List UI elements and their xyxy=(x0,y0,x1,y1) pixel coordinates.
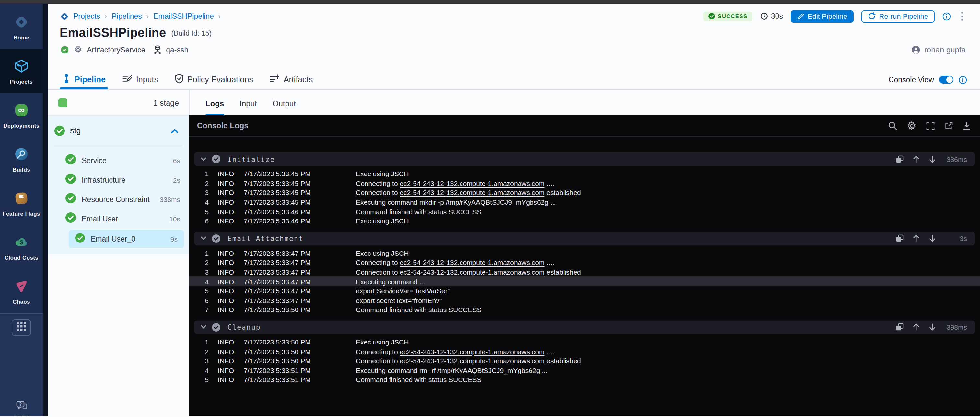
log-line-number: 2 xyxy=(189,179,209,187)
step-row-email-user_0[interactable]: Email User_09s xyxy=(69,230,184,248)
log-section-header[interactable]: Email Attachment3s xyxy=(194,231,975,245)
scroll-up-icon[interactable] xyxy=(913,323,920,331)
log-text: export secretText="fromEnv" xyxy=(356,296,442,304)
log-line: 5INFO7/17/2023 5:33:51 PMCommand finishe… xyxy=(189,375,980,384)
log-level: INFO xyxy=(218,296,235,304)
log-link[interactable]: ec2-54-243-12-132.compute-1.amazonaws.co… xyxy=(399,268,544,276)
open-in-new-icon[interactable] xyxy=(944,121,953,130)
log-section-duration: 3s xyxy=(945,235,967,242)
more-options-menu[interactable] xyxy=(959,10,966,22)
chevron-down-icon[interactable] xyxy=(200,236,207,241)
scroll-down-icon[interactable] xyxy=(929,323,936,331)
log-level: INFO xyxy=(218,268,235,276)
log-line-number: 5 xyxy=(189,208,209,215)
module-grid-button[interactable] xyxy=(12,319,31,336)
breadcrumb-link[interactable]: Projects xyxy=(73,12,100,20)
stage-card: stg Service6sInfrastructure2sResource Co… xyxy=(48,116,189,254)
log-tab-output[interactable]: Output xyxy=(272,99,296,115)
edit-pipeline-button[interactable]: Edit Pipeline xyxy=(791,10,854,22)
chevron-down-icon[interactable] xyxy=(200,324,207,330)
stage-row-stg[interactable]: stg xyxy=(48,116,189,146)
download-icon[interactable] xyxy=(963,121,971,130)
log-link[interactable]: ec2-54-243-12-132.compute-1.amazonaws.co… xyxy=(399,347,544,355)
step-success-icon xyxy=(65,212,76,225)
sidebar-item-home[interactable]: Home xyxy=(0,5,43,49)
step-row-email-user[interactable]: Email User10s xyxy=(48,209,189,228)
step-success-icon xyxy=(65,193,76,206)
tab-pipeline[interactable]: Pipeline xyxy=(62,70,106,89)
service-name[interactable]: ArtifactoryService xyxy=(87,46,145,54)
scroll-up-icon[interactable] xyxy=(913,155,920,163)
tab-inputs[interactable]: Inputs xyxy=(123,70,158,89)
user-name[interactable]: rohan gupta xyxy=(924,45,966,54)
log-text: Executing command mkdir -p /tmp/rKyAAQBt… xyxy=(356,198,556,206)
copy-icon[interactable] xyxy=(896,235,904,242)
sidebar-item-builds[interactable]: Builds xyxy=(0,137,43,181)
breadcrumb-link[interactable]: Pipelines xyxy=(111,12,142,20)
rerun-pipeline-button[interactable]: Re-run Pipeline xyxy=(861,10,935,22)
sidebar-item-chaos[interactable]: Chaos xyxy=(0,270,43,313)
settings-icon[interactable] xyxy=(907,121,916,130)
log-line-number: 1 xyxy=(189,249,209,257)
search-icon[interactable] xyxy=(888,121,897,130)
help-button[interactable]: ? HELP xyxy=(0,401,43,416)
sidebar-item-projects[interactable]: Projects xyxy=(0,49,43,93)
stage-panel: 1 stage stg Service6sInfrastructure2sRes… xyxy=(48,90,189,416)
help-chat-icon: ? xyxy=(16,401,27,413)
log-timestamp: 7/17/2023 5:33:50 PM xyxy=(244,306,329,314)
step-row-resource-constraint[interactable]: Resource Constraint338ms xyxy=(48,190,189,209)
log-level: INFO xyxy=(218,170,235,178)
log-level: INFO xyxy=(218,357,235,365)
pipeline-tab-icon xyxy=(62,74,71,86)
step-success-icon xyxy=(212,323,220,331)
breadcrumb-link[interactable]: EmailSSHPipeline xyxy=(153,12,214,20)
log-link[interactable]: ec2-54-243-12-132.compute-1.amazonaws.co… xyxy=(399,259,544,266)
log-timestamp: 7/17/2023 5:33:45 PM xyxy=(244,189,329,197)
chevron-up-icon[interactable] xyxy=(170,125,179,136)
window-top-bar xyxy=(0,0,980,4)
harness-logo-icon xyxy=(60,11,69,21)
log-link[interactable]: ec2-54-243-12-132.compute-1.amazonaws.co… xyxy=(399,179,544,187)
copy-icon[interactable] xyxy=(896,155,904,163)
pipeline-info-icon[interactable] xyxy=(942,12,951,21)
log-text: Connecting to xyxy=(356,179,399,187)
log-level: INFO xyxy=(218,306,235,314)
log-link[interactable]: ec2-54-243-12-132.compute-1.amazonaws.co… xyxy=(399,189,544,197)
fullscreen-icon[interactable] xyxy=(926,121,935,130)
scroll-up-icon[interactable] xyxy=(913,235,920,242)
log-line-number: 2 xyxy=(189,347,209,355)
tab-label: Policy Evaluations xyxy=(187,75,253,84)
log-message: Exec using JSCH xyxy=(356,217,409,225)
step-name: Infrastructure xyxy=(82,176,126,184)
chevron-down-icon[interactable] xyxy=(200,156,207,162)
scroll-down-icon[interactable] xyxy=(929,155,936,163)
log-line: 1INFO7/17/2023 5:33:45 PMExec using JSCH xyxy=(189,169,980,178)
console-view-control: Console View xyxy=(889,75,967,84)
console-view-info-icon[interactable] xyxy=(959,75,967,84)
tab-policy-evaluations[interactable]: Policy Evaluations xyxy=(175,70,253,89)
log-message: Connection to ec2-54-243-12-132.compute-… xyxy=(356,357,581,365)
step-row-infrastructure[interactable]: Infrastructure2s xyxy=(48,170,189,190)
sidebar-item-deployments[interactable]: ∞Deployments xyxy=(0,93,43,137)
deployments-icon: ∞ xyxy=(14,102,29,120)
log-level: INFO xyxy=(218,347,235,355)
tab-artifacts[interactable]: Artifacts xyxy=(270,70,313,89)
sidebar-item-feature-flags[interactable]: Feature Flags xyxy=(0,181,43,225)
step-row-service[interactable]: Service6s xyxy=(48,151,189,170)
infrastructure-icon xyxy=(154,45,161,54)
log-text: established xyxy=(545,268,581,276)
log-timestamp: 7/17/2023 5:33:45 PM xyxy=(244,198,329,206)
log-tab-input[interactable]: Input xyxy=(240,99,257,115)
console-view-toggle[interactable] xyxy=(939,76,953,84)
log-text: Connection to xyxy=(356,268,399,276)
sidebar-item-cloud-costs[interactable]: $Cloud Costs xyxy=(0,225,43,270)
stage-panel-header: 1 stage xyxy=(48,90,189,116)
scroll-down-icon[interactable] xyxy=(929,235,936,242)
infrastructure-name[interactable]: qa-ssh xyxy=(166,46,188,54)
log-section-header[interactable]: Cleanup398ms xyxy=(194,320,975,334)
tab-label: Artifacts xyxy=(283,75,313,84)
log-section-header[interactable]: Initialize386ms xyxy=(194,152,975,166)
log-tab-logs[interactable]: Logs xyxy=(205,99,224,115)
copy-icon[interactable] xyxy=(896,323,904,331)
log-link[interactable]: ec2-54-243-12-132.compute-1.amazonaws.co… xyxy=(399,357,544,365)
